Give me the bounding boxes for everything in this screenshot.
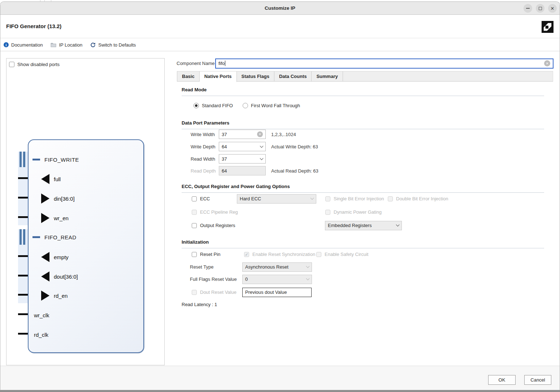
embedded-registers-select[interactable]: Embedded Registers [325,221,402,230]
chevron-down-icon [260,144,264,148]
double-bit-label: Double Bit Error Injection [396,196,448,201]
output-registers-label: Output Registers [200,223,235,228]
full-flags-label: Full Flags Reset Value [190,276,237,282]
dout-reset-label: Dout Reset Value [200,289,236,295]
switch-to-defaults-button[interactable]: Switch to Defaults [90,42,136,48]
port-din: din[36:0] [41,193,75,204]
ecc-section: ECC, Output Register and Power Gating Op… [182,184,544,230]
chevron-down-icon [260,156,264,160]
ecc-pipeline-label: ECC Pipeline Reg [200,209,238,215]
init-row-1: Reset Pin ✓ Enable Reset Synchronization… [182,249,544,259]
full-flags-select-disabled: 0 [242,275,312,284]
close-button[interactable]: ✕ [548,4,557,13]
read-latency-text: Read Latency : 1 [182,302,217,307]
port-rd-en: rd_en [41,291,68,301]
titlebar[interactable]: Customize IP ✕ [0,2,560,15]
maximize-button[interactable] [536,4,544,13]
customize-ip-dialog: Customize IP ✕ FIFO Generator (13.2) i D… [0,1,560,390]
clear-icon[interactable]: ✕ [257,131,263,137]
write-width-input[interactable]: 37 ✕ [219,130,266,139]
write-width-value: 37 [222,132,227,137]
screen: Customize IP ✕ FIFO Generator (13.2) i D… [0,0,560,392]
component-name-value: fifo [218,61,225,66]
window-title: Customize IP [0,2,560,15]
write-depth-row: Write Depth 64 Actual Write Depth: 63 [182,142,544,151]
output-port-icon [41,174,49,184]
ip-symbol-panel: Show disabled ports FIFO_WRITE [6,58,165,365]
port-full: full [41,174,61,184]
chevron-down-icon [311,196,314,200]
ecc-mode-value: Hard ECC [240,196,261,201]
section-heading: Read Mode [182,87,544,93]
section-heading: Data Port Parameters [182,120,544,126]
clear-icon[interactable]: ✕ [544,60,550,66]
output-registers-checkbox[interactable] [192,223,197,228]
show-disabled-ports-label: Show disabled ports [17,62,60,67]
read-depth-input-disabled: 64 [219,166,266,175]
interface-label: FIFO_READ [44,234,77,240]
enable-reset-sync-checkbox: ✓ [244,252,249,257]
init-row-4: Dout Reset Value Previous dout Value [182,287,544,297]
interface-dash-icon [32,159,40,161]
tab-data-counts[interactable]: Data Counts [274,71,312,82]
port-wr-en: wr_en [41,213,69,223]
standard-fifo-option: Standard FIFO [194,103,233,108]
radio-label: Standard FIFO [202,103,233,108]
interface-dash-icon [32,236,40,238]
ecc-checkbox[interactable] [192,196,197,201]
ecc-mode-select-disabled: Hard ECC [237,194,316,204]
minimize-button[interactable] [524,4,532,13]
tab-native-ports[interactable]: Native Ports [200,71,237,82]
read-width-value: 37 [222,156,227,162]
ip-title: FIFO Generator (13.2) [6,23,61,29]
ip-location-button[interactable]: IP Location [51,42,82,48]
standard-fifo-radio[interactable] [194,103,199,108]
ecc-pipeline-checkbox [192,210,197,215]
interface-group-fifo-read: FIFO_READ [32,234,77,240]
reset-pin-label: Reset Pin [200,252,220,257]
component-name-input[interactable]: fifo ✕ [215,58,554,69]
full-flags-value: 0 [245,276,248,282]
initialization-section: Initialization Reset Pin ✓ Enable Reset … [182,239,544,297]
dialog-footer: OK Cancel [0,366,560,390]
reset-pin-checkbox[interactable] [192,252,197,257]
tab-status-flags[interactable]: Status Flags [237,71,274,82]
folder-icon [51,43,56,47]
input-port-icon [41,291,49,301]
port-wr-clk: wr_clk [34,312,49,318]
section-heading: Initialization [182,239,544,245]
tab-bar: Basic Native Ports Status Flags Data Cou… [177,71,553,82]
chevron-down-icon [306,277,310,280]
info-icon: i [4,42,9,47]
read-mode-options: Standard FIFO First Word Fall Through [194,102,544,109]
interface-label: FIFO_WRITE [44,157,79,163]
maximize-icon [539,7,542,10]
section-divider [182,129,544,129]
write-width-label: Write Width [191,132,219,137]
section-divider [182,192,544,193]
dout-reset-value-input[interactable]: Previous dout Value [242,288,312,297]
fwft-option: First Word Fall Through [243,103,300,108]
show-disabled-ports-checkbox[interactable] [9,62,14,67]
reset-type-label: Reset Type [190,264,214,270]
ip-location-label: IP Location [59,42,82,48]
documentation-button[interactable]: i Documentation [4,42,43,48]
single-bit-label: Single Bit Error Injection [334,196,384,201]
bus-interface-icon [19,152,25,167]
tab-summary[interactable]: Summary [312,71,343,82]
ok-button[interactable]: OK [488,375,516,385]
cancel-button[interactable]: Cancel [524,375,551,385]
actual-read-depth: Actual Read Depth: 63 [271,168,318,174]
read-width-select[interactable]: 37 [219,154,266,164]
read-depth-row: Read Depth 64 Actual Read Depth: 63 [182,166,544,175]
output-port-icon [41,252,49,262]
reset-type-value: Asynchronous Reset [245,264,288,270]
fwft-radio[interactable] [243,103,248,108]
write-depth-select[interactable]: 64 [219,142,266,151]
tab-basic[interactable]: Basic [177,71,200,82]
toolbar: i Documentation IP Location Switch to De… [0,39,560,51]
enable-safety-checkbox [316,252,321,257]
section-divider [182,248,544,248]
write-width-row: Write Width 37 ✕ 1,2,3,..1024 [182,130,544,139]
read-depth-value: 64 [222,168,227,174]
